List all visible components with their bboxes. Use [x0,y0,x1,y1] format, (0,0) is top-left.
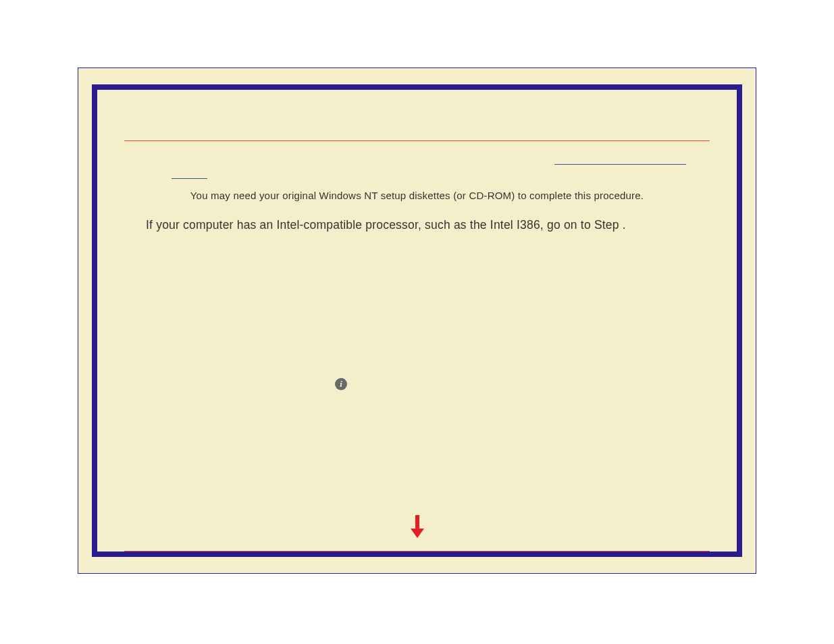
info-icon: i [335,378,347,390]
note-text: You may need your original Windows NT se… [97,190,737,201]
outer-frame: You may need your original Windows NT se… [78,68,756,574]
link-underline-right[interactable] [554,164,686,165]
content-area: You may need your original Windows NT se… [97,90,737,552]
inner-frame: You may need your original Windows NT se… [92,84,742,557]
down-arrow-icon[interactable] [409,515,425,538]
body-text: If your computer has an Intel-compatible… [146,218,626,232]
bottom-rule [124,551,710,552]
link-underline-small[interactable] [172,178,207,179]
top-rule [124,140,710,141]
info-icon-glyph: i [340,379,342,388]
